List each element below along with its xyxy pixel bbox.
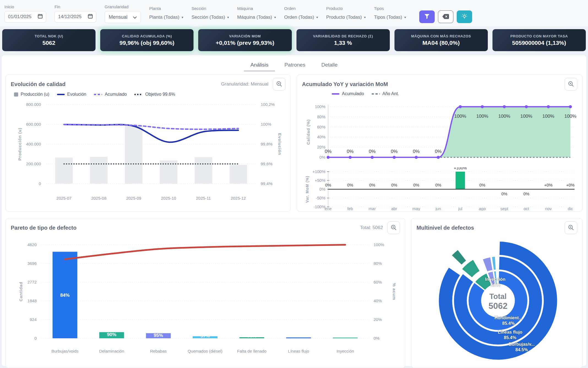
svg-text:Total: Total xyxy=(489,292,507,301)
svg-text:+0%: +0% xyxy=(544,183,552,187)
svg-text:0%: 0% xyxy=(347,149,354,154)
caret-down-icon: ▾ xyxy=(274,15,276,19)
tab-detalle[interactable]: Detalle xyxy=(315,60,344,71)
expand-pareto-button[interactable] xyxy=(387,221,400,234)
inicio-date-input[interactable]: 01/01/2025 xyxy=(4,11,46,23)
tipos-dropdown[interactable]: Tipos (Todas)▾ xyxy=(374,13,406,20)
legend-item[interactable]: Producción (u) xyxy=(14,92,49,97)
svg-text:Inyección: Inyección xyxy=(485,277,505,282)
expand-evolucion-button[interactable] xyxy=(273,78,285,90)
filter-orden: Orden Orden (Todas)▾ xyxy=(284,4,318,20)
svg-text:80%: 80% xyxy=(317,114,325,119)
seccion-dropdown[interactable]: Sección (Todas)▾ xyxy=(192,13,229,20)
var-mom-chart: +100%+50%0%-50%-100%0%0%0%0%0%0%+100%0%0… xyxy=(302,167,578,211)
calendar-icon[interactable] xyxy=(38,14,43,20)
legend-swatch xyxy=(134,94,143,95)
svg-text:100%: 100% xyxy=(542,114,554,119)
svg-text:% acum: % acum xyxy=(392,283,397,300)
seccion-label: Sección xyxy=(192,6,229,11)
svg-text:Producción (u): Producción (u) xyxy=(17,128,22,161)
svg-text:85.4%: 85.4% xyxy=(504,335,516,340)
svg-text:2025-10: 2025-10 xyxy=(161,196,176,201)
svg-text:0%: 0% xyxy=(369,149,376,154)
kpi-value: 5059000004 (1,13%) xyxy=(512,40,566,46)
producto-dropdown[interactable]: Producto (Todas)▾ xyxy=(326,13,366,20)
svg-text:100%: 100% xyxy=(374,242,384,247)
svg-text:100%: 100% xyxy=(498,114,510,119)
kpi-value: 99,96% (obj 99,60%) xyxy=(119,40,175,46)
orden-dropdown[interactable]: Orden (Todas)▾ xyxy=(284,13,318,20)
evolucion-legend: Producción (u)EvoluciónAcumuladoObjetivo… xyxy=(11,90,285,98)
svg-text:+100%: +100% xyxy=(454,167,467,170)
tab-bar: Análisis Patrones Detalle xyxy=(6,57,582,75)
kpi-value: 1,33 % xyxy=(334,40,352,46)
kpi-label: VARIABILIDAD DE RECHAZO (Σ) xyxy=(313,34,373,38)
magnifier-plus-icon xyxy=(391,224,397,231)
filter-seccion: Sección Sección (Todas)▾ xyxy=(192,4,229,20)
svg-text:0%: 0% xyxy=(391,149,398,154)
granularity-note: Granularidad: Mensual xyxy=(221,81,268,87)
filter-fin: Fin 14/12/2025 xyxy=(55,4,96,23)
svg-text:4620: 4620 xyxy=(28,242,37,247)
tipos-label: Tipos xyxy=(374,6,406,11)
kpi-label: PRODUCTO CON MAYOR TASA xyxy=(510,34,568,38)
evolucion-title: Evolución de calidad xyxy=(11,81,66,87)
svg-text:mar: mar xyxy=(369,206,376,211)
pareto-card: Pareto de tipo de defecto Total: 5062 09… xyxy=(6,218,405,368)
pareto-total: Total: 5062 xyxy=(360,225,383,230)
granularidad-value: Mensual xyxy=(109,14,127,20)
clear-filters-button[interactable] xyxy=(438,10,453,23)
legend-item[interactable]: Objetivo 99.6% xyxy=(134,92,175,97)
planta-label: Planta xyxy=(149,6,183,11)
backspace-icon xyxy=(442,14,449,20)
svg-text:20%: 20% xyxy=(374,317,382,322)
svg-text:jul: jul xyxy=(458,206,462,211)
svg-text:99,6%: 99,6% xyxy=(261,161,273,166)
svg-text:dic: dic xyxy=(568,206,573,211)
calendar-icon[interactable] xyxy=(88,14,93,20)
caret-down-icon: ▾ xyxy=(364,15,366,19)
expand-multinivel-button[interactable] xyxy=(565,221,577,234)
svg-text:5062: 5062 xyxy=(489,301,508,311)
filter-granularidad: Granularidad Mensual xyxy=(105,4,141,23)
kpi-value: +0,01% (prev 99,93%) xyxy=(216,40,274,46)
legend-item[interactable]: Acumulado xyxy=(332,91,364,96)
granularidad-select[interactable]: Mensual xyxy=(105,11,141,23)
legend-label: Acumulado xyxy=(342,91,364,96)
legend-item[interactable]: Acumulado xyxy=(94,92,127,97)
svg-text:oct: oct xyxy=(524,206,529,211)
maquina-label: Máquina xyxy=(237,6,276,11)
planta-dropdown[interactable]: Planta (Todas)▾ xyxy=(149,13,183,20)
legend-swatch xyxy=(14,92,18,97)
svg-text:Evolución: Evolución xyxy=(277,133,282,155)
svg-text:nov: nov xyxy=(545,206,552,211)
svg-text:40%: 40% xyxy=(317,134,325,139)
svg-text:924: 924 xyxy=(30,317,37,322)
insights-button[interactable] xyxy=(457,10,472,23)
evolucion-card: Evolución de calidad Granularidad: Mensu… xyxy=(6,75,291,212)
kpi-total-nok: TOTAL NOK (U) 5062 xyxy=(2,29,96,51)
legend-item[interactable]: Evolución xyxy=(57,92,86,97)
svg-text:2025-09: 2025-09 xyxy=(126,196,141,201)
svg-text:Inyección: Inyección xyxy=(336,349,354,353)
legend-item[interactable]: Año Ant. xyxy=(372,91,399,96)
kpi-row: TOTAL NOK (U) 5062 CALIDAD ACUMULADA (%)… xyxy=(0,29,588,51)
svg-text:0%: 0% xyxy=(435,149,442,154)
svg-text:0%: 0% xyxy=(479,183,485,187)
expand-acumulado-button[interactable] xyxy=(565,78,577,90)
svg-text:98%: 98% xyxy=(247,333,257,339)
fin-label: Fin xyxy=(55,4,96,9)
fin-date-input[interactable]: 14/12/2025 xyxy=(55,11,96,23)
kpi-variacion-mom: VARIACIÓN MOM +0,01% (prev 99,93%) xyxy=(198,29,292,51)
apply-filters-button[interactable] xyxy=(419,10,435,23)
svg-text:3696: 3696 xyxy=(28,261,37,266)
maquina-dropdown[interactable]: Máquina (Todas)▾ xyxy=(237,13,276,20)
legend-swatch xyxy=(94,94,102,95)
svg-text:-50%: -50% xyxy=(316,196,325,200)
tab-patrones[interactable]: Patrones xyxy=(278,60,312,71)
kpi-producto-tasa: PRODUCTO CON MAYOR TASA 5059000004 (1,13… xyxy=(492,29,586,51)
legend-label: Año Ant. xyxy=(382,91,399,96)
svg-text:100%: 100% xyxy=(261,122,271,127)
svg-text:0%: 0% xyxy=(413,149,420,154)
tab-analisis[interactable]: Análisis xyxy=(244,60,275,71)
